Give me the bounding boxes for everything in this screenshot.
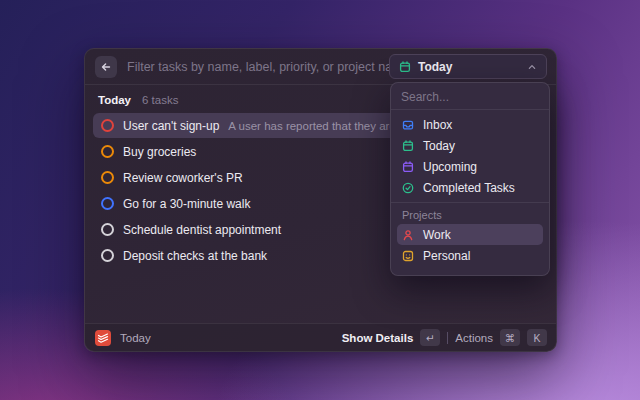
calendar-icon	[399, 61, 411, 73]
dropdown-projects-section: Work Personal	[391, 224, 549, 270]
back-button[interactable]	[95, 56, 117, 78]
k-key-badge: K	[527, 329, 547, 346]
task-title: Schedule dentist appointment	[123, 223, 281, 237]
footer-divider	[447, 332, 448, 344]
dropdown-item-inbox[interactable]: Inbox	[397, 114, 543, 135]
dropdown-item-today[interactable]: Today	[397, 135, 543, 156]
calendar-today-icon	[402, 140, 414, 152]
dropdown-views-section: Inbox Today Upcoming	[391, 110, 549, 202]
dropdown-item-personal[interactable]: Personal	[397, 245, 543, 266]
dropdown-item-label: Today	[423, 139, 455, 153]
person-icon	[402, 229, 414, 241]
task-title: User can't sign-up	[123, 119, 219, 133]
footer-actions: Show Details ↵ Actions ⌘ K	[342, 329, 547, 346]
scope-label: Today	[418, 60, 452, 74]
cmd-key-badge: ⌘	[500, 329, 520, 346]
dropdown-search-input[interactable]	[391, 83, 549, 109]
check-circle-icon	[402, 182, 414, 194]
todoist-logo	[95, 330, 111, 346]
dropdown-item-work[interactable]: Work	[397, 224, 543, 245]
scope-dropdown-button[interactable]: Today	[389, 54, 547, 79]
palette-footer: Today Show Details ↵ Actions ⌘ K	[85, 323, 556, 351]
show-details-button[interactable]: Show Details	[342, 332, 414, 344]
task-checkbox[interactable]	[101, 223, 114, 236]
back-arrow-icon	[100, 61, 112, 73]
enter-key-badge: ↵	[420, 329, 440, 346]
task-checkbox[interactable]	[101, 197, 114, 210]
smiley-square-icon	[402, 250, 414, 262]
projects-section-label: Projects	[391, 203, 549, 224]
dropdown-item-upcoming[interactable]: Upcoming	[397, 156, 543, 177]
task-checkbox[interactable]	[101, 171, 114, 184]
task-checkbox[interactable]	[101, 119, 114, 132]
task-title: Deposit checks at the bank	[123, 249, 267, 263]
list-header-title: Today	[98, 94, 131, 106]
inbox-icon	[402, 119, 414, 131]
dropdown-item-completed-tasks[interactable]: Completed Tasks	[397, 177, 543, 198]
footer-context-label: Today	[120, 332, 151, 344]
task-checkbox[interactable]	[101, 145, 114, 158]
task-checkbox[interactable]	[101, 249, 114, 262]
calendar-upcoming-icon	[402, 161, 414, 173]
dropdown-item-label: Completed Tasks	[423, 181, 515, 195]
task-title: Review coworker's PR	[123, 171, 243, 185]
actions-button[interactable]: Actions	[455, 332, 493, 344]
dropdown-item-label: Work	[423, 228, 451, 242]
task-title: Go for a 30-minute walk	[123, 197, 250, 211]
palette-topbar: Today	[85, 49, 556, 85]
dropdown-item-label: Inbox	[423, 118, 452, 132]
chevron-up-icon	[527, 62, 537, 72]
task-title: Buy groceries	[123, 145, 196, 159]
scope-dropdown-menu: Inbox Today Upcoming	[390, 82, 550, 276]
list-header-count: 6 tasks	[142, 94, 178, 106]
filter-input[interactable]	[127, 60, 389, 74]
dropdown-item-label: Upcoming	[423, 160, 477, 174]
dropdown-item-label: Personal	[423, 249, 470, 263]
